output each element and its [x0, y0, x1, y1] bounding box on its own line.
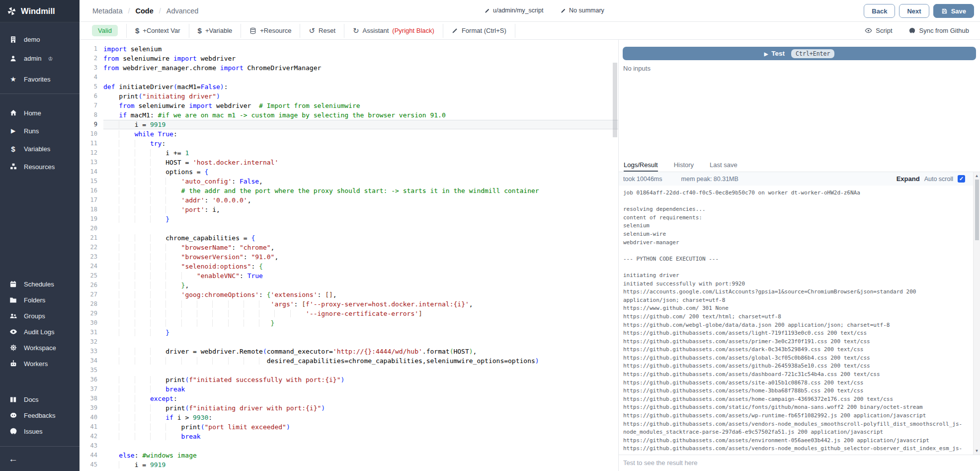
- log-scrollbar[interactable]: [973, 172, 980, 455]
- code-line[interactable]: 1import selenium: [80, 44, 618, 54]
- line-number: 11: [80, 139, 97, 148]
- code-line[interactable]: 19 }: [80, 214, 618, 224]
- code-line[interactable]: 22 "browserName": "chrome",: [80, 243, 618, 252]
- code-line[interactable]: 35: [80, 366, 618, 375]
- code-line[interactable]: 20: [80, 224, 618, 233]
- code-line[interactable]: 18 'port': i,: [80, 205, 618, 214]
- sidebar-item-schedules[interactable]: Schedules: [0, 276, 80, 292]
- save-button[interactable]: Save: [933, 4, 974, 18]
- code-line[interactable]: 13 HOST = 'host.docker.internal': [80, 158, 618, 167]
- sync-from-github-button[interactable]: Sync from Github: [908, 27, 969, 34]
- back-button[interactable]: Back: [864, 4, 895, 18]
- code-line[interactable]: 7 from seleniumwire import webdriver # I…: [80, 101, 618, 110]
- sidebar-item-workspace[interactable]: demo: [0, 32, 80, 47]
- log-scrollbar-thumb[interactable]: [975, 180, 979, 240]
- tab-code[interactable]: Code: [136, 7, 154, 15]
- code-line[interactable]: 11 try:: [80, 139, 618, 148]
- code-line[interactable]: 4: [80, 73, 618, 82]
- code-line[interactable]: 24 "selenoid:options": {: [80, 262, 618, 271]
- code-line[interactable]: 17 'addr': '0.0.0.0',: [80, 195, 618, 205]
- workspace-label: demo: [24, 36, 40, 43]
- code-editor[interactable]: 1import selenium2from seleniumwire impor…: [80, 40, 618, 471]
- scroll-down-icon[interactable]: [974, 448, 980, 454]
- code-line[interactable]: 12 i += 1: [80, 148, 618, 158]
- next-button[interactable]: Next: [899, 4, 929, 18]
- sidebar-item-resources[interactable]: Resources: [0, 158, 80, 176]
- sidebar-item-feedbacks[interactable]: Feedbacks: [0, 407, 80, 423]
- script-preview-button[interactable]: Script: [865, 27, 892, 34]
- code-line[interactable]: 43: [80, 441, 618, 451]
- editor-scrollbar-thumb[interactable]: [613, 63, 617, 137]
- collapse-sidebar-button[interactable]: [0, 452, 80, 467]
- code-line[interactable]: 15 'auto_config': False,: [80, 177, 618, 186]
- code-line[interactable]: 21 chrome_capabilities = {: [80, 233, 618, 243]
- code-line[interactable]: 41 print("port limit exceeded"): [80, 422, 618, 432]
- sidebar-item-runs[interactable]: Runs: [0, 122, 80, 140]
- tab-history[interactable]: History: [674, 158, 694, 172]
- tab-last-save[interactable]: Last save: [710, 158, 737, 172]
- code-line[interactable]: 23 "browserVersion": "91.0",: [80, 252, 618, 262]
- code-line[interactable]: 16 # the addr and the port where the pro…: [80, 186, 618, 195]
- code-line[interactable]: 36 print(f"initiated successfully with p…: [80, 375, 618, 384]
- tab-advanced[interactable]: Advanced: [166, 7, 199, 15]
- sidebar-item-groups[interactable]: Groups: [0, 308, 80, 324]
- sidebar-item-workspace-settings[interactable]: Workspace: [0, 340, 80, 356]
- superadmin-crown-icon: [48, 55, 53, 62]
- auto-scroll-checkbox[interactable]: [958, 175, 965, 183]
- sidebar-item-issues[interactable]: Issues: [0, 423, 80, 439]
- add-context-var-button[interactable]: +Context Var: [127, 24, 189, 38]
- script-path-edit[interactable]: u/admin/my_script: [485, 7, 543, 14]
- code-line[interactable]: 32: [80, 337, 618, 347]
- reset-button[interactable]: Reset: [300, 24, 344, 38]
- code-line[interactable]: 3from webdriver_manager.chrome import Ch…: [80, 63, 618, 73]
- home-icon: [9, 109, 17, 117]
- sidebar-item-favorites[interactable]: Favorites: [0, 72, 80, 87]
- code-line[interactable]: 44 else: #windows image: [80, 451, 618, 460]
- line-number: 18: [80, 205, 97, 214]
- code-line[interactable]: 42 break: [80, 432, 618, 441]
- code-line[interactable]: 8 if macM1: #if we are on mac m1 -> cust…: [80, 110, 618, 120]
- format-button[interactable]: Format (Ctrl+S): [443, 24, 515, 38]
- expand-button[interactable]: Expand: [897, 175, 920, 183]
- code-line[interactable]: 6 print("initiating driver"): [80, 92, 618, 101]
- sidebar-item-workers[interactable]: Workers: [0, 356, 80, 372]
- code-line[interactable]: 27 'goog:chromeOptions': {'extensions': …: [80, 290, 618, 299]
- code-line[interactable]: 40 if i > 9930:: [80, 413, 618, 422]
- code-line[interactable]: 28 'args': [f'--proxy-server=host.docker…: [80, 299, 618, 309]
- line-number: 1: [80, 44, 97, 54]
- cubes-icon: [9, 163, 17, 171]
- sidebar-item-folders[interactable]: Folders: [0, 292, 80, 308]
- code-line[interactable]: 31 }: [80, 328, 618, 337]
- windmill-logo[interactable]: Windmill: [0, 0, 80, 22]
- sidebar-item-user[interactable]: admin: [0, 51, 80, 66]
- add-variable-button[interactable]: +Variable: [189, 24, 242, 38]
- code-line[interactable]: 26 },: [80, 281, 618, 290]
- code-line[interactable]: 14 options = {: [80, 167, 618, 177]
- code-line[interactable]: 5def initiateDriver(macM1=False):: [80, 82, 618, 92]
- code-line[interactable]: 37 break: [80, 384, 618, 394]
- tab-metadata[interactable]: Metadata: [92, 7, 122, 15]
- sidebar-item-audit-logs[interactable]: Audit Logs: [0, 324, 80, 340]
- sidebar-item-variables[interactable]: Variables: [0, 140, 80, 158]
- code-line[interactable]: 9 i = 9919: [80, 120, 618, 129]
- tab-logs-result[interactable]: Logs/Result: [624, 158, 658, 172]
- code-line[interactable]: 39 print(f"initiating driver with port:{…: [80, 403, 618, 413]
- scroll-up-icon[interactable]: [974, 173, 980, 179]
- run-duration: took 10046ms: [623, 176, 662, 183]
- sidebar-item-docs[interactable]: Docs: [0, 391, 80, 407]
- code-line[interactable]: 25 "enableVNC": True: [80, 271, 618, 281]
- code-line[interactable]: 34 desired_capabilities=chrome_capabilit…: [80, 356, 618, 366]
- code-line[interactable]: 2from seleniumwire import webdriver: [80, 54, 618, 63]
- code-line[interactable]: 30 }: [80, 318, 618, 328]
- code-line[interactable]: 10 while True:: [80, 129, 618, 139]
- test-button[interactable]: Test Ctrl+Enter: [623, 47, 976, 60]
- assistant-button[interactable]: Assistant (Pyright Black): [344, 24, 443, 38]
- sidebar-item-home[interactable]: Home: [0, 104, 80, 122]
- line-number: 36: [80, 375, 97, 384]
- code-line[interactable]: 29 '--ignore-certificate-errors']: [80, 309, 618, 318]
- add-resource-button[interactable]: +Resource: [241, 24, 300, 38]
- code-line[interactable]: 33 driver = webdriver.Remote(command_exe…: [80, 347, 618, 356]
- code-line[interactable]: 45 i = 9919: [80, 460, 618, 470]
- code-line[interactable]: 38 except:: [80, 394, 618, 403]
- summary-edit[interactable]: No summary: [561, 7, 604, 14]
